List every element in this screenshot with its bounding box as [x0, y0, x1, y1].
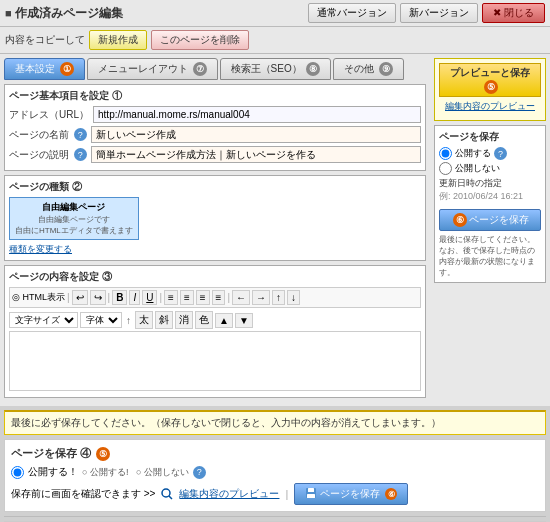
new-version-button[interactable]: 新バージョン — [400, 3, 478, 23]
type-box-sub1: 自由編集ページです — [15, 214, 133, 225]
type-box-title: 自由編集ページ — [15, 201, 133, 214]
type-box-free[interactable]: 自由編集ページ 自由編集ページです 自由にHTMLエディタで書えます — [9, 197, 139, 240]
page-desc-help-icon[interactable]: ? — [74, 148, 87, 161]
date-label: 更新日時の指定 — [439, 177, 541, 190]
svg-rect-3 — [308, 488, 314, 492]
bottom-save-area: ページを保存 ④ ⑤ 公開する！ ○ 公開する! ○ 公開しない ? 保存前に画… — [4, 439, 546, 512]
tab-basic[interactable]: 基本設定 ① — [4, 58, 85, 80]
toolbar-sep3: | — [159, 292, 162, 303]
font-clear-btn[interactable]: 消 — [175, 311, 193, 329]
font-color-btn[interactable]: 色 — [195, 311, 213, 329]
tab-seo-num: ⑧ — [306, 62, 320, 76]
delete-page-button[interactable]: このページを削除 — [151, 30, 249, 50]
font-family-select[interactable]: 字体 — [80, 312, 122, 328]
tab-menu-layout[interactable]: メニューレイアウト ⑦ — [87, 58, 218, 80]
editor-section-label: ページの内容を設定 ③ — [9, 270, 421, 284]
bottom-preview-link[interactable]: 編集内容のプレビュー — [179, 487, 279, 501]
toolbar-up[interactable]: ↑ — [272, 290, 285, 305]
title-text: 作成済みページ編集 — [15, 6, 123, 20]
basic-settings-label: ページ基本項目を設定 ① — [9, 89, 421, 103]
close-button[interactable]: ✖ 閉じる — [482, 3, 545, 23]
save-note: 最後に保存してください。なお、後で保存した時点の内容が最新の状態になります。 — [439, 234, 541, 278]
bottom-save-title: ページを保存 ④ ⑤ — [11, 446, 539, 461]
font-size-arrow: ↑ — [126, 315, 131, 326]
toolbar-undo[interactable]: ↩ — [72, 290, 88, 305]
date-setting-row: 更新日時の指定 例: 2010/06/24 16:21 — [439, 177, 541, 203]
toolbar-sep4: | — [227, 292, 230, 303]
url-label: アドレス（URL） — [9, 108, 89, 122]
basic-settings-section: ページ基本項目を設定 ① アドレス（URL） ページの名前 ? — [4, 84, 426, 171]
url-input[interactable] — [93, 106, 421, 123]
publish-help-icon[interactable]: ? — [494, 147, 507, 160]
tab-other[interactable]: その他 ⑨ — [333, 58, 404, 80]
toolbar-align-left[interactable]: ≡ — [164, 290, 178, 305]
toolbar-align-center[interactable]: ≡ — [180, 290, 194, 305]
toolbar-align-justify[interactable]: ≡ — [212, 290, 226, 305]
toolbar-underline[interactable]: U — [142, 290, 157, 305]
font-increase-btn[interactable]: ▲ — [215, 313, 233, 328]
radio-private-label: 公開しない — [455, 162, 500, 175]
toolbar-redo[interactable]: ↪ — [90, 290, 106, 305]
search-icon-wrap — [161, 488, 173, 500]
radio-private-row: 公開しない — [439, 162, 541, 175]
floppy-icon — [305, 487, 317, 499]
change-type-button[interactable]: 種類を変更する — [9, 243, 72, 256]
save-page-button-right[interactable]: ⑥ ページを保存 — [439, 209, 541, 231]
svg-point-0 — [162, 489, 170, 497]
new-create-button[interactable]: 新規作成 — [89, 30, 147, 50]
bottom-radio-row: 公開する！ ○ 公開する! ○ 公開しない ? — [11, 465, 539, 479]
bottom-separator: | — [285, 488, 288, 500]
tab-basic-num: ① — [60, 62, 74, 76]
top-bar: ■ 作成済みページ編集 通常バージョン 新バージョン ✖ 閉じる — [0, 0, 550, 27]
save-circle-num: ⑥ — [453, 213, 467, 227]
search-icon — [161, 488, 173, 500]
bottom-radio-public[interactable] — [11, 466, 24, 479]
url-field-row: アドレス（URL） — [9, 106, 421, 123]
bottom-radio-public-label: 公開する！ — [28, 465, 78, 479]
preview-save-title[interactable]: プレビューと保存 ⑤ — [439, 63, 541, 97]
radio-public[interactable] — [439, 147, 452, 160]
preview-link[interactable]: 編集内容のプレビュー — [439, 100, 541, 113]
preview-confirm-text: 保存前に画面を確認できます >> — [11, 487, 155, 501]
save-options-box: ページを保存 公開する ? 公開しない 更新日時の指定 例: 2010/06/2… — [434, 125, 546, 283]
toolbar-down[interactable]: ↓ — [287, 290, 300, 305]
radio-public-label: 公開する — [455, 147, 491, 160]
toolbar-sep1: | — [67, 292, 70, 303]
main-wrapper: ■ 作成済みページ編集 通常バージョン 新バージョン ✖ 閉じる 内容をコピーし… — [0, 0, 550, 522]
toolbar-italic[interactable]: I — [129, 290, 140, 305]
old-version-button[interactable]: 通常バージョン — [308, 3, 396, 23]
editor-font-bar: 文字サイズ 字体 ↑ 太 斜 消 色 ▲ ▼ — [9, 311, 421, 329]
bottom-publish-help[interactable]: ? — [193, 466, 206, 479]
font-bold-btn[interactable]: 太 — [135, 311, 153, 329]
content-copy-link[interactable]: 内容をコピーして — [5, 33, 85, 47]
date-value: 例: 2010/06/24 16:21 — [439, 190, 541, 203]
radio-private[interactable] — [439, 162, 452, 175]
page-desc-field-row: ページの説明 ? — [9, 146, 421, 163]
page-name-field-row: ページの名前 ? — [9, 126, 421, 143]
toolbar-indent-in[interactable]: → — [252, 290, 270, 305]
page-content-editor[interactable] — [9, 331, 421, 391]
html-toggle[interactable]: ◎ HTML表示 — [12, 291, 65, 304]
warning-bar: 最後に必ず保存してください。（保存しないで閉じると、入力中の内容が消えてしまいま… — [4, 410, 546, 435]
font-strike-btn[interactable]: 斜 — [155, 311, 173, 329]
type-box-sub2: 自由にHTMLエディタで書えます — [15, 225, 133, 236]
page-desc-input[interactable] — [91, 146, 421, 163]
section-divider — [4, 516, 546, 517]
editor-section: ページの内容を設定 ③ ◎ HTML表示 | ↩ ↪ | B I U | ≡ ≡… — [4, 265, 426, 398]
font-decrease-btn[interactable]: ▼ — [235, 313, 253, 328]
page-type-section: ページの種類 ② 自由編集ページ 自由編集ページです 自由にHTMLエディタで書… — [4, 175, 426, 261]
title-icon: ■ — [5, 7, 12, 19]
bottom-save-circle: ⑤ — [96, 447, 110, 461]
toolbar-bold[interactable]: B — [112, 290, 127, 305]
page-name-help-icon[interactable]: ? — [74, 128, 87, 141]
type-boxes: 自由編集ページ 自由編集ページです 自由にHTMLエディタで書えます — [9, 197, 421, 240]
page-name-input[interactable] — [91, 126, 421, 143]
tab-seo[interactable]: 検索王（SEO） ⑧ — [220, 58, 332, 80]
bottom-save-page-button[interactable]: ページを保存 ⑥ — [294, 483, 408, 505]
bottom-radio-options: ○ 公開する! ○ 公開しない — [82, 466, 189, 479]
toolbar-align-right[interactable]: ≡ — [196, 290, 210, 305]
font-size-select[interactable]: 文字サイズ — [9, 312, 78, 328]
preview-circle-num: ⑤ — [484, 80, 498, 94]
toolbar-indent-out[interactable]: ← — [232, 290, 250, 305]
page-desc-label: ページの説明 ? — [9, 148, 87, 162]
